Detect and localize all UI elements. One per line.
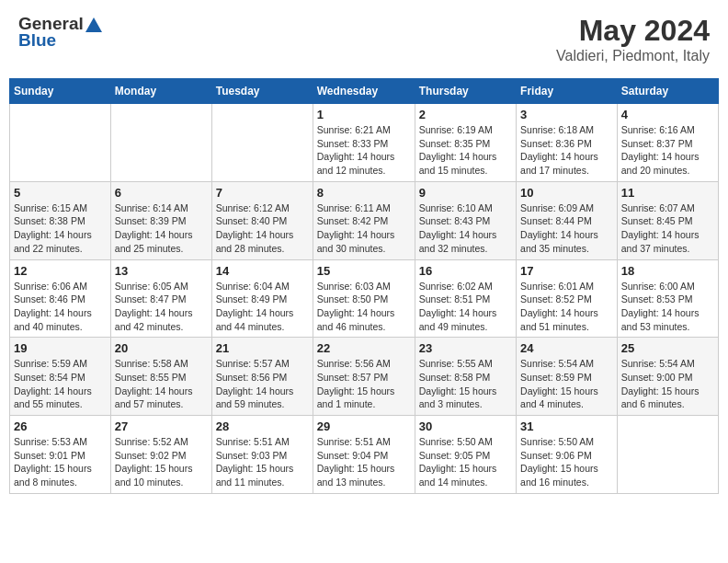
- table-row: 28Sunrise: 5:51 AM Sunset: 9:03 PM Dayli…: [211, 416, 313, 494]
- day-content: Sunrise: 5:55 AM Sunset: 8:58 PM Dayligh…: [419, 357, 512, 411]
- day-content: Sunrise: 5:51 AM Sunset: 9:03 PM Dayligh…: [216, 435, 309, 489]
- day-content: Sunrise: 5:50 AM Sunset: 9:05 PM Dayligh…: [419, 435, 512, 489]
- table-row: 3Sunrise: 6:18 AM Sunset: 8:36 PM Daylig…: [517, 104, 618, 182]
- table-row: 13Sunrise: 6:05 AM Sunset: 8:47 PM Dayli…: [110, 259, 211, 338]
- table-row: 25Sunrise: 5:54 AM Sunset: 9:00 PM Dayli…: [617, 338, 718, 416]
- table-row: 7Sunrise: 6:12 AM Sunset: 8:40 PM Daylig…: [211, 181, 313, 259]
- table-row: 30Sunrise: 5:50 AM Sunset: 9:05 PM Dayli…: [415, 416, 516, 494]
- table-row: 12Sunrise: 6:06 AM Sunset: 8:46 PM Dayli…: [10, 259, 111, 338]
- week-row-5: 26Sunrise: 5:53 AM Sunset: 9:01 PM Dayli…: [10, 416, 719, 494]
- day-content: Sunrise: 6:16 AM Sunset: 8:37 PM Dayligh…: [621, 123, 714, 178]
- day-number: 18: [621, 264, 714, 278]
- table-row: 8Sunrise: 6:11 AM Sunset: 8:42 PM Daylig…: [313, 181, 415, 259]
- day-content: Sunrise: 6:10 AM Sunset: 8:43 PM Dayligh…: [419, 201, 512, 256]
- day-content: Sunrise: 6:00 AM Sunset: 8:53 PM Dayligh…: [621, 280, 714, 334]
- table-row: [10, 104, 111, 182]
- day-content: Sunrise: 6:09 AM Sunset: 8:44 PM Dayligh…: [520, 201, 613, 256]
- day-content: Sunrise: 6:04 AM Sunset: 8:49 PM Dayligh…: [216, 280, 309, 334]
- day-number: 4: [621, 108, 714, 121]
- day-content: Sunrise: 5:54 AM Sunset: 9:00 PM Dayligh…: [621, 357, 714, 411]
- week-row-2: 5Sunrise: 6:15 AM Sunset: 8:38 PM Daylig…: [10, 181, 719, 259]
- day-content: Sunrise: 6:15 AM Sunset: 8:38 PM Dayligh…: [14, 201, 107, 256]
- day-number: 31: [520, 419, 613, 433]
- day-content: Sunrise: 5:50 AM Sunset: 9:06 PM Dayligh…: [520, 435, 613, 489]
- table-row: 20Sunrise: 5:58 AM Sunset: 8:55 PM Dayli…: [110, 338, 211, 416]
- day-number: 9: [419, 186, 512, 200]
- table-row: 5Sunrise: 6:15 AM Sunset: 8:38 PM Daylig…: [10, 181, 111, 259]
- day-number: 3: [520, 108, 613, 121]
- day-number: 21: [216, 341, 309, 355]
- day-content: Sunrise: 5:59 AM Sunset: 8:54 PM Dayligh…: [14, 357, 107, 411]
- table-row: 27Sunrise: 5:52 AM Sunset: 9:02 PM Dayli…: [110, 416, 211, 494]
- table-row: [211, 104, 313, 182]
- day-number: 5: [14, 186, 107, 200]
- table-row: 1Sunrise: 6:21 AM Sunset: 8:33 PM Daylig…: [313, 104, 415, 182]
- day-content: Sunrise: 5:52 AM Sunset: 9:02 PM Dayligh…: [115, 435, 208, 489]
- day-content: Sunrise: 6:21 AM Sunset: 8:33 PM Dayligh…: [317, 123, 411, 178]
- table-row: 22Sunrise: 5:56 AM Sunset: 8:57 PM Dayli…: [313, 338, 415, 416]
- week-row-4: 19Sunrise: 5:59 AM Sunset: 8:54 PM Dayli…: [10, 338, 719, 416]
- logo-blue-text: Blue: [18, 30, 56, 51]
- day-content: Sunrise: 6:18 AM Sunset: 8:36 PM Dayligh…: [520, 123, 613, 178]
- col-monday: Monday: [110, 79, 211, 104]
- table-row: 6Sunrise: 6:14 AM Sunset: 8:39 PM Daylig…: [110, 181, 211, 259]
- location-subtitle: Valdieri, Piedmont, Italy: [556, 48, 710, 64]
- col-tuesday: Tuesday: [211, 79, 313, 104]
- day-number: 15: [317, 264, 411, 278]
- month-year-title: May 2024: [556, 14, 710, 48]
- day-number: 11: [621, 186, 714, 200]
- table-row: 29Sunrise: 5:51 AM Sunset: 9:04 PM Dayli…: [313, 416, 415, 494]
- day-number: 12: [14, 264, 107, 278]
- day-number: 7: [216, 186, 309, 200]
- table-row: 10Sunrise: 6:09 AM Sunset: 8:44 PM Dayli…: [517, 181, 618, 259]
- table-row: 31Sunrise: 5:50 AM Sunset: 9:06 PM Dayli…: [517, 416, 618, 494]
- day-number: 29: [317, 419, 411, 433]
- col-wednesday: Wednesday: [313, 79, 415, 104]
- table-row: 16Sunrise: 6:02 AM Sunset: 8:51 PM Dayli…: [415, 259, 516, 338]
- col-friday: Friday: [517, 79, 618, 104]
- day-content: Sunrise: 6:02 AM Sunset: 8:51 PM Dayligh…: [419, 280, 512, 334]
- calendar-table: Sunday Monday Tuesday Wednesday Thursday…: [9, 78, 719, 494]
- day-number: 16: [419, 264, 512, 278]
- day-number: 10: [520, 186, 613, 200]
- day-number: 8: [317, 186, 411, 200]
- table-row: 9Sunrise: 6:10 AM Sunset: 8:43 PM Daylig…: [415, 181, 516, 259]
- day-number: 13: [115, 264, 208, 278]
- table-row: 24Sunrise: 5:54 AM Sunset: 8:59 PM Dayli…: [517, 338, 618, 416]
- page-header: General Blue May 2024 Valdieri, Piedmont…: [9, 9, 719, 69]
- table-row: 18Sunrise: 6:00 AM Sunset: 8:53 PM Dayli…: [617, 259, 718, 338]
- week-row-1: 1Sunrise: 6:21 AM Sunset: 8:33 PM Daylig…: [10, 104, 719, 182]
- table-row: 23Sunrise: 5:55 AM Sunset: 8:58 PM Dayli…: [415, 338, 516, 416]
- day-content: Sunrise: 6:01 AM Sunset: 8:52 PM Dayligh…: [520, 280, 613, 334]
- day-number: 26: [14, 419, 107, 433]
- week-row-3: 12Sunrise: 6:06 AM Sunset: 8:46 PM Dayli…: [10, 259, 719, 338]
- table-row: 4Sunrise: 6:16 AM Sunset: 8:37 PM Daylig…: [617, 104, 718, 182]
- day-content: Sunrise: 5:54 AM Sunset: 8:59 PM Dayligh…: [520, 357, 613, 411]
- day-content: Sunrise: 5:57 AM Sunset: 8:56 PM Dayligh…: [216, 357, 309, 411]
- table-row: 19Sunrise: 5:59 AM Sunset: 8:54 PM Dayli…: [10, 338, 111, 416]
- logo: General Blue: [18, 14, 102, 51]
- table-row: 2Sunrise: 6:19 AM Sunset: 8:35 PM Daylig…: [415, 104, 516, 182]
- table-row: 14Sunrise: 6:04 AM Sunset: 8:49 PM Dayli…: [211, 259, 313, 338]
- day-content: Sunrise: 6:12 AM Sunset: 8:40 PM Dayligh…: [216, 201, 309, 256]
- day-number: 28: [216, 419, 309, 433]
- day-content: Sunrise: 5:51 AM Sunset: 9:04 PM Dayligh…: [317, 435, 411, 489]
- days-of-week-row: Sunday Monday Tuesday Wednesday Thursday…: [10, 79, 719, 104]
- day-number: 30: [419, 419, 512, 433]
- day-content: Sunrise: 6:05 AM Sunset: 8:47 PM Dayligh…: [115, 280, 208, 334]
- table-row: 21Sunrise: 5:57 AM Sunset: 8:56 PM Dayli…: [211, 338, 313, 416]
- col-sunday: Sunday: [10, 79, 111, 104]
- col-saturday: Saturday: [617, 79, 718, 104]
- table-row: 17Sunrise: 6:01 AM Sunset: 8:52 PM Dayli…: [517, 259, 618, 338]
- day-number: 1: [317, 108, 411, 121]
- day-content: Sunrise: 6:11 AM Sunset: 8:42 PM Dayligh…: [317, 201, 411, 256]
- table-row: 11Sunrise: 6:07 AM Sunset: 8:45 PM Dayli…: [617, 181, 718, 259]
- table-row: 26Sunrise: 5:53 AM Sunset: 9:01 PM Dayli…: [10, 416, 111, 494]
- day-number: 20: [115, 341, 208, 355]
- day-number: 25: [621, 341, 714, 355]
- day-content: Sunrise: 5:56 AM Sunset: 8:57 PM Dayligh…: [317, 357, 411, 411]
- day-content: Sunrise: 5:58 AM Sunset: 8:55 PM Dayligh…: [115, 357, 208, 411]
- day-content: Sunrise: 6:19 AM Sunset: 8:35 PM Dayligh…: [419, 123, 512, 178]
- svg-marker-0: [85, 17, 102, 32]
- logo-arrow-icon: [85, 17, 102, 32]
